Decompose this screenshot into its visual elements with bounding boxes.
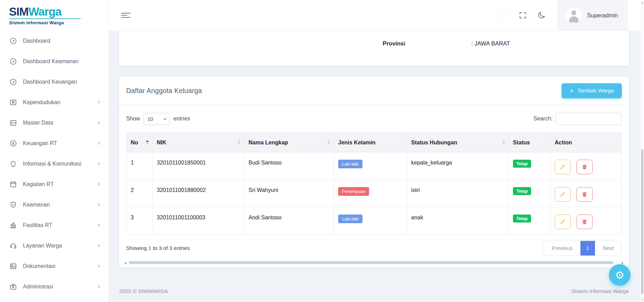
sidebar-item-keuangan-rt[interactable]: $ Keuangan RT (0, 133, 108, 153)
table-row: 3 3201011001100003 Andi Santoso Laki-lak… (127, 207, 622, 235)
pencil-icon (560, 164, 566, 170)
table-header-row: No NIK Nama Lengkap Jenis Kelamin Status… (127, 133, 622, 152)
app-logo[interactable]: SIMWarga Sistem informasi Warga (0, 0, 108, 31)
search-input[interactable] (556, 113, 622, 125)
edit-button[interactable] (555, 160, 571, 174)
pencil-icon (560, 191, 566, 198)
column-nik[interactable]: NIK (153, 133, 244, 152)
bell-icon (9, 160, 17, 168)
fullscreen-icon[interactable] (519, 11, 527, 19)
top-bar: Superadmin (109, 0, 641, 31)
vertical-scrollbar[interactable]: ▲ ▼ (641, 0, 644, 302)
pagination-page-1[interactable]: 1 (580, 241, 595, 255)
svg-text:$: $ (12, 141, 14, 145)
username: Superadmin (587, 12, 618, 19)
chevron-right-icon (96, 120, 101, 125)
scrollbar-thumb[interactable] (129, 261, 613, 264)
sidebar-item-kegiatan-rt[interactable]: Kegiatan RT (0, 174, 108, 194)
user-menu[interactable]: Superadmin (557, 0, 628, 31)
gear-icon: ⚙ (615, 269, 625, 281)
cell-nama: Andi Santoso (244, 207, 334, 235)
cell-nama: Budi Santoso (244, 152, 334, 180)
column-nama-lengkap[interactable]: Nama Lengkap (244, 133, 334, 152)
pencil-icon (560, 219, 566, 225)
footer-app-name: Sistem Informasi Warga (571, 288, 629, 294)
table-row: 2 3201011001880002 Sri Wahyuni Perempuan… (127, 180, 622, 207)
search-label: Search: (533, 116, 553, 122)
chevron-right-icon (96, 263, 101, 269)
chevron-right-icon (96, 182, 101, 187)
gender-badge: Perempuan (338, 187, 369, 196)
pagination-next[interactable]: Next (595, 241, 621, 255)
show-label: Show (126, 116, 140, 122)
column-status[interactable]: Status (509, 133, 551, 152)
scrollbar-thumb[interactable] (641, 149, 643, 294)
card-header: Daftar Anggota Keluarga + Tambah Warga (119, 77, 629, 105)
logo-text: SIMWarga (9, 6, 108, 18)
building-icon (9, 221, 17, 229)
trash-icon (581, 219, 588, 225)
chevron-right-icon (96, 284, 101, 289)
shield-check-icon (9, 201, 17, 209)
image-icon (9, 262, 17, 270)
avatar (566, 7, 582, 23)
scroll-down-icon[interactable]: ▼ (641, 298, 644, 301)
delete-button[interactable] (577, 215, 593, 229)
sidebar-item-dashboard-keuangan[interactable]: Dashboard Keuangan (0, 72, 108, 92)
delete-button[interactable] (577, 160, 593, 174)
chevron-right-icon (96, 141, 101, 146)
logo-warga: Warga (28, 5, 62, 18)
column-no[interactable]: No (127, 133, 153, 152)
horizontal-scrollbar[interactable]: ‹ › (125, 260, 623, 265)
settings-fab[interactable]: ⚙ (609, 264, 630, 286)
sidebar-item-master-data[interactable]: Master Data (0, 112, 108, 133)
gauge-icon (9, 58, 17, 65)
moon-icon[interactable] (537, 11, 546, 19)
table-row: 1 3201011001850001 Budi Santoso Laki-lak… (127, 152, 622, 180)
sidebar-item-administrasi[interactable]: Administrasi (0, 276, 108, 297)
edit-button[interactable] (555, 187, 571, 202)
sidebar-item-informasi-komunikasi[interactable]: Informasi & Komunikasi (0, 153, 108, 174)
sidebar-item-dokumentasi[interactable]: Dokumentasi (0, 256, 108, 276)
family-members-card: Daftar Anggota Keluarga + Tambah Warga S… (119, 77, 629, 267)
logo-sim: SIM (9, 5, 28, 18)
delete-button[interactable] (577, 187, 593, 202)
logo-tagline: Sistem informasi Warga (9, 20, 108, 25)
cell-no: 1 (127, 152, 153, 180)
sidebar-nav: Dashboard Dashboard Keamanan Dashboard K… (0, 31, 108, 297)
sort-icon (502, 140, 505, 145)
top-bar-actions: Superadmin (498, 0, 628, 31)
chevron-right-icon (96, 202, 101, 207)
add-warga-button[interactable]: + Tambah Warga (562, 83, 622, 98)
chevron-right-icon (96, 100, 101, 105)
headset-icon (9, 242, 17, 250)
status-badge: Tetap (513, 215, 531, 223)
page-size-select[interactable]: 10 (144, 113, 170, 125)
edit-button[interactable] (555, 215, 571, 229)
gender-badge: Laki-laki (338, 160, 362, 168)
id-card-icon (9, 99, 17, 106)
sidebar-item-dashboard-keamanan[interactable]: Dashboard Keamanan (0, 51, 108, 72)
table-footer: Showing 1 to 3 of 3 entries Previous 1 N… (119, 235, 629, 256)
sidebar-item-layanan-warga[interactable]: Layanan Warga (0, 235, 108, 256)
sidebar-item-fasilitas-rt[interactable]: Fasilitas RT (0, 215, 108, 235)
sidebar-item-keamanan[interactable]: Keamanan (0, 194, 108, 215)
sort-icon (327, 140, 330, 145)
gauge-icon (9, 37, 17, 45)
cell-status-hubungan: istri (407, 180, 509, 207)
card-title: Daftar Anggota Keluarga (126, 87, 202, 95)
scroll-left-icon[interactable]: ‹ (125, 260, 127, 265)
scroll-up-icon[interactable]: ▲ (641, 1, 644, 4)
sidebar-item-dashboard[interactable]: Dashboard (0, 31, 108, 51)
column-jenis-kelamin[interactable]: Jenis Kelamin (334, 133, 407, 152)
database-icon (9, 119, 17, 127)
pagination-previous[interactable]: Previous (544, 241, 580, 255)
sort-icon (238, 140, 241, 145)
indonesia-flag-icon[interactable] (498, 12, 508, 19)
cell-no: 3 (127, 207, 153, 235)
chevron-right-icon (96, 223, 101, 228)
chevron-right-icon (96, 243, 101, 248)
sidebar-item-kependudukan[interactable]: Kependudukan (0, 92, 108, 112)
menu-toggle-icon[interactable] (121, 12, 130, 19)
column-status-hubungan[interactable]: Status Hubungan (407, 133, 509, 152)
